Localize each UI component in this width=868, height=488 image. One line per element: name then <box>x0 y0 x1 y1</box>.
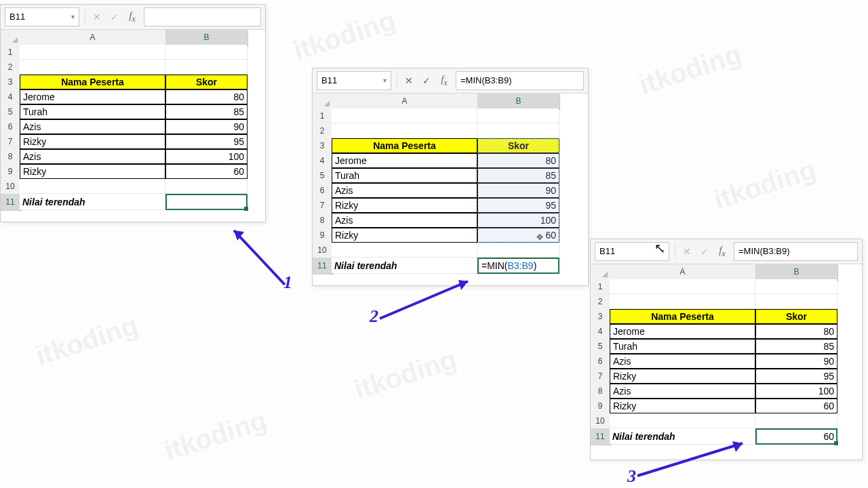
header-skor[interactable]: Skor <box>755 309 837 324</box>
row-header[interactable]: 2 <box>313 123 332 139</box>
cell[interactable] <box>165 179 248 194</box>
row-header[interactable]: 5 <box>591 339 610 354</box>
cell-skor[interactable]: 60 <box>755 399 837 413</box>
cell[interactable] <box>477 108 559 123</box>
cell-nama[interactable]: Azis <box>20 149 165 164</box>
cell-skor[interactable]: 100 <box>477 213 559 228</box>
row-header[interactable]: 3 <box>591 309 610 325</box>
row-header[interactable]: 11 <box>591 428 611 445</box>
cell-nama[interactable]: Jerome <box>332 153 477 168</box>
cell-nama[interactable]: Turah <box>20 104 165 119</box>
col-header-a[interactable]: A <box>20 30 166 45</box>
cell-nama[interactable]: Azis <box>332 213 477 228</box>
row-header[interactable]: 1 <box>1 45 20 60</box>
header-nama[interactable]: Nama Peserta <box>610 309 755 324</box>
cell[interactable] <box>332 243 477 258</box>
label-nilai-terendah[interactable]: Nilai terendah <box>332 258 477 274</box>
cell-nama[interactable]: Azis <box>332 183 477 198</box>
row-header[interactable]: 11 <box>313 258 333 274</box>
cell-b11[interactable] <box>165 194 248 210</box>
cell-skor[interactable]: 60 <box>165 164 248 179</box>
row-header[interactable]: 5 <box>1 104 20 120</box>
cell-nama[interactable]: Rizky <box>610 399 755 413</box>
row-header[interactable]: 11 <box>1 194 21 211</box>
formula-input[interactable] <box>144 7 261 26</box>
cell-nama[interactable]: Rizky <box>20 134 165 149</box>
header-skor[interactable]: Skor <box>477 138 559 153</box>
row-header[interactable]: 9 <box>1 164 20 180</box>
cell-skor[interactable]: 80 <box>477 153 559 168</box>
cell-skor[interactable]: 90 <box>477 183 559 198</box>
result-cell[interactable]: 60 <box>755 428 837 445</box>
cell[interactable] <box>332 108 477 123</box>
col-header-a[interactable]: A <box>610 264 756 280</box>
name-box[interactable]: B11 ▾ <box>5 7 79 26</box>
cell[interactable] <box>165 60 248 75</box>
cell-nama[interactable]: Rizky <box>332 228 477 243</box>
row-header[interactable]: 5 <box>313 168 332 184</box>
row-header[interactable]: 8 <box>313 213 332 228</box>
cell[interactable] <box>610 294 755 309</box>
cell-skor[interactable]: 100 <box>165 149 248 164</box>
cell-nama[interactable]: Azis <box>20 119 165 134</box>
select-all-corner[interactable] <box>591 264 610 280</box>
cell[interactable] <box>477 123 559 138</box>
edit-cell-b11[interactable]: =MIN(B3:B9) <box>477 258 559 274</box>
cell[interactable] <box>610 413 755 428</box>
cell-nama[interactable]: Rizky <box>610 369 755 384</box>
fx-icon[interactable]: fx <box>713 243 731 260</box>
col-header-b[interactable]: B <box>755 264 838 281</box>
cell[interactable] <box>755 413 837 428</box>
row-header[interactable]: 4 <box>313 153 332 169</box>
row-header[interactable]: 4 <box>1 89 20 105</box>
row-header[interactable]: 2 <box>1 60 20 75</box>
fx-icon[interactable]: fx <box>123 8 141 26</box>
row-header[interactable]: 10 <box>591 413 610 429</box>
row-header[interactable]: 3 <box>1 75 20 90</box>
row-header[interactable]: 10 <box>313 243 332 258</box>
name-box[interactable]: B11 ▾ <box>317 71 391 90</box>
cell-nama[interactable]: Rizky <box>332 198 477 213</box>
row-header[interactable]: 7 <box>1 134 20 150</box>
cell-nama[interactable]: Jerome <box>20 89 165 104</box>
row-header[interactable]: 8 <box>591 384 610 399</box>
fx-icon[interactable]: fx <box>435 72 453 89</box>
cell[interactable] <box>20 179 165 194</box>
cell-skor[interactable]: 85 <box>165 104 248 119</box>
cell-skor[interactable]: 100 <box>755 384 837 399</box>
row-header[interactable]: 9 <box>313 228 332 243</box>
cell[interactable] <box>477 243 559 258</box>
row-header[interactable]: 7 <box>591 369 610 384</box>
cell-nama[interactable]: Azis <box>610 354 755 369</box>
row-header[interactable]: 1 <box>313 108 332 124</box>
row-header[interactable]: 9 <box>591 399 610 414</box>
cell[interactable] <box>20 60 165 75</box>
cancel-icon[interactable]: ✕ <box>400 72 418 89</box>
row-header[interactable]: 2 <box>591 294 610 310</box>
cell-skor[interactable]: 60 <box>477 228 559 243</box>
header-nama[interactable]: Nama Peserta <box>332 138 477 153</box>
row-header[interactable]: 6 <box>1 119 20 135</box>
cell-skor[interactable]: 95 <box>165 134 248 149</box>
cell-nama[interactable]: Jerome <box>610 324 755 339</box>
cell-nama[interactable]: Turah <box>332 168 477 183</box>
cell[interactable] <box>165 45 248 60</box>
cell[interactable] <box>610 279 755 294</box>
row-header[interactable]: 1 <box>591 279 610 295</box>
col-header-b[interactable]: B <box>477 94 560 110</box>
confirm-icon[interactable]: ✓ <box>418 72 435 89</box>
select-all-corner[interactable] <box>313 94 332 109</box>
row-header[interactable]: 7 <box>313 198 332 214</box>
col-header-b[interactable]: B <box>165 30 248 46</box>
cell-skor[interactable]: 90 <box>755 354 837 369</box>
formula-input[interactable]: =MIN(B3:B9) <box>734 242 858 261</box>
header-skor[interactable]: Skor <box>165 75 248 89</box>
formula-input[interactable]: =MIN(B3:B9) <box>456 71 584 90</box>
row-header[interactable]: 10 <box>1 179 20 195</box>
label-nilai-terendah[interactable]: Nilai terendah <box>610 428 755 445</box>
cell-nama[interactable]: Azis <box>610 384 755 399</box>
row-header[interactable]: 6 <box>313 183 332 199</box>
cell-skor[interactable]: 85 <box>477 168 559 183</box>
header-nama[interactable]: Nama Peserta <box>20 75 165 89</box>
cell-skor[interactable]: 95 <box>755 369 837 384</box>
